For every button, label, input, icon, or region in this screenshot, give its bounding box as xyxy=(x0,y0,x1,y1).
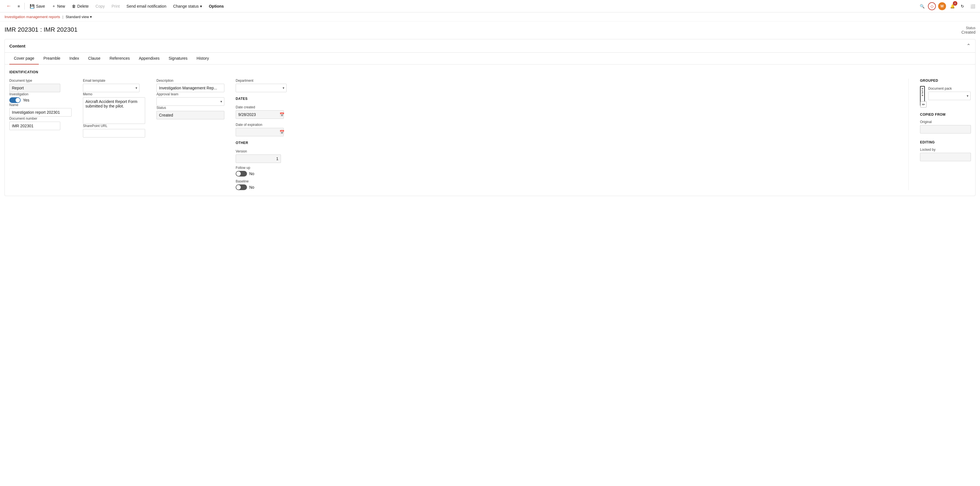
date-created-group: Date created 📅 xyxy=(235,105,286,119)
menu-button[interactable]: ≡ xyxy=(15,3,22,10)
sync-button[interactable]: ↻ xyxy=(958,2,966,10)
status-field-value: Created xyxy=(156,111,224,119)
baseline-toggle-label: No xyxy=(249,185,255,189)
locked-by-input[interactable] xyxy=(920,153,971,161)
investigation-toggle[interactable] xyxy=(10,97,21,103)
new-icon: ＋ xyxy=(52,4,56,9)
document-pack-label: Document pack xyxy=(928,87,952,91)
save-icon: 💾 xyxy=(30,4,35,8)
approval-team-select[interactable] xyxy=(156,97,224,106)
sharepoint-url-input[interactable] xyxy=(83,129,145,138)
baseline-group: Baseline No xyxy=(235,179,286,190)
date-created-label: Date created xyxy=(235,105,286,109)
investigation-group: Investigation Yes xyxy=(10,92,72,103)
view-chevron: ▾ xyxy=(90,15,92,19)
baseline-toggle[interactable] xyxy=(235,184,247,190)
department-select[interactable] xyxy=(235,84,286,92)
content-card-header: Content ⌃ xyxy=(5,39,975,52)
editing-section: EDITING Locked by xyxy=(920,140,970,161)
dates-grid: Date created 📅 Date of expiration xyxy=(235,105,286,137)
sharepoint-url-group: SharePoint URL xyxy=(83,124,145,138)
collapse-button[interactable]: ⌃ xyxy=(966,43,970,49)
memo-textarea[interactable]: Aircraft Accident Report Form submitted … xyxy=(83,97,145,124)
follow-up-toggle[interactable] xyxy=(235,171,247,176)
copied-from-section: COPIED FROM Original xyxy=(920,113,970,133)
date-created-input-wrapper: 📅 xyxy=(235,110,286,119)
document-pack-select[interactable] xyxy=(928,92,970,100)
search-button[interactable]: 🔍 xyxy=(918,3,927,10)
col-4: Department DATES xyxy=(235,79,286,190)
tabs-bar: Cover page Preamble Index Clause Referen… xyxy=(5,52,975,65)
content-card-title: Content xyxy=(10,44,25,48)
delete-button[interactable]: 🗑 Delete xyxy=(69,3,91,10)
document-number-label: Document number xyxy=(10,116,72,121)
document-number-group: Document number xyxy=(10,116,72,130)
view-selector[interactable]: Standard view ▾ xyxy=(66,15,92,19)
dates-title: DATES xyxy=(235,97,286,101)
app-icon-1[interactable]: ◇ xyxy=(928,2,936,10)
options-button[interactable]: Options xyxy=(206,3,227,10)
new-button[interactable]: ＋ New xyxy=(49,2,68,10)
version-input[interactable] xyxy=(235,154,281,163)
tab-references[interactable]: References xyxy=(105,52,134,65)
app-icon-2[interactable]: W xyxy=(938,2,946,10)
follow-up-group: Follow up No xyxy=(235,166,286,176)
breadcrumb-separator: | xyxy=(62,15,64,19)
baseline-slider xyxy=(235,184,247,190)
investigation-label: Investigation xyxy=(10,92,72,96)
investigation-toggle-label: Yes xyxy=(23,98,29,102)
document-number-input[interactable] xyxy=(10,122,60,130)
email-template-select[interactable] xyxy=(83,84,140,92)
breadcrumb-link[interactable]: Investigation management reports xyxy=(5,15,60,19)
name-input[interactable] xyxy=(10,108,72,116)
original-input[interactable] xyxy=(920,125,971,133)
save-button[interactable]: 💾 Save xyxy=(27,3,48,10)
new-label: New xyxy=(57,4,65,8)
tab-clause[interactable]: Clause xyxy=(84,52,105,65)
identification-title: IDENTIFICATION xyxy=(10,70,970,74)
date-created-input[interactable] xyxy=(235,110,284,119)
content-card: Content ⌃ Cover page Preamble Index Clau… xyxy=(5,39,975,196)
date-expiration-input[interactable] xyxy=(235,128,284,137)
change-status-chevron: ▾ xyxy=(200,4,202,8)
doc-line-4 xyxy=(922,93,923,94)
copy-button[interactable]: Copy xyxy=(93,3,108,10)
tab-preamble[interactable]: Preamble xyxy=(39,52,65,65)
other-section: OTHER Version Follow up xyxy=(235,141,286,190)
other-title: OTHER xyxy=(235,141,286,145)
original-group: Original xyxy=(920,120,970,133)
send-email-button[interactable]: Send email notification xyxy=(124,3,169,10)
tab-appendixes[interactable]: Appendixes xyxy=(134,52,164,65)
document-type-input[interactable] xyxy=(10,84,60,92)
tab-cover-page[interactable]: Cover page xyxy=(10,52,39,65)
editing-title: EDITING xyxy=(920,140,970,144)
change-status-button[interactable]: Change status ▾ xyxy=(170,3,205,10)
breadcrumb-bar: Investigation management reports | Stand… xyxy=(0,13,980,22)
view-label: Standard view xyxy=(66,15,89,19)
original-label: Original xyxy=(920,120,970,124)
copied-from-title: COPIED FROM xyxy=(920,113,970,116)
date-expiration-input-wrapper: 📅 xyxy=(235,128,286,137)
right-panel: GROUPED ✏ Document pack xyxy=(908,79,970,190)
description-label: Description xyxy=(156,79,224,83)
copy-label: Copy xyxy=(95,4,105,8)
doc-line-2 xyxy=(922,90,923,91)
col-2: Email template Memo Aircraft Accident Re… xyxy=(83,79,145,190)
version-group: Version xyxy=(235,149,286,163)
description-input[interactable] xyxy=(156,84,224,92)
memo-label: Memo xyxy=(83,92,145,96)
email-template-select-wrapper xyxy=(83,84,140,92)
window-button[interactable]: ⬜ xyxy=(969,2,977,10)
tab-history[interactable]: History xyxy=(192,52,213,65)
department-label: Department xyxy=(235,79,286,83)
toolbar-right: ◇ W 🔔 0 ↻ ⬜ xyxy=(928,2,977,10)
back-button[interactable]: ← xyxy=(3,2,14,11)
doc-icon: ✏ xyxy=(920,86,925,106)
form-main: Document type Investigation Yes xyxy=(10,79,897,190)
print-button[interactable]: Print xyxy=(109,3,123,10)
tab-signatures[interactable]: Signatures xyxy=(164,52,192,65)
tab-index[interactable]: Index xyxy=(65,52,83,65)
form-area: IDENTIFICATION Document type Investigati… xyxy=(5,65,975,196)
status-block: Status Created xyxy=(961,26,975,35)
identification-cols: Document type Investigation Yes xyxy=(10,79,897,190)
